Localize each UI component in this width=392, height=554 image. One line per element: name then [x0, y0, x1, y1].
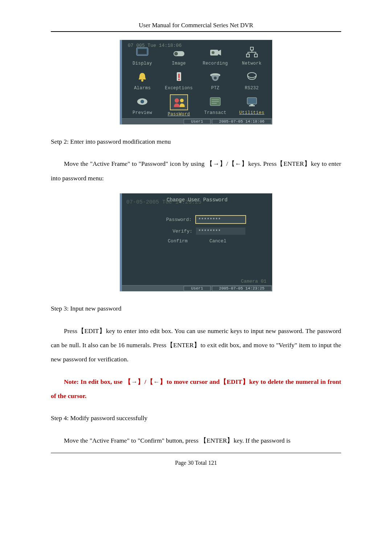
menu-display[interactable]: Display	[124, 43, 161, 67]
status-bar: User1 2005-07-05 14:23:25	[122, 285, 272, 291]
svg-rect-7	[250, 47, 253, 50]
svg-point-10	[141, 79, 143, 82]
bell-icon	[134, 70, 151, 84]
menu-ptz[interactable]: PTZ	[197, 67, 234, 92]
status-timestamp: 2005-07-05 14:18:06	[212, 119, 271, 124]
footer-page-total: 121	[208, 460, 217, 466]
footer-page-prefix: Page	[175, 460, 188, 466]
step3-note: Note: In edit box, use 【→】/【←】to move cu…	[51, 375, 341, 403]
dialog-title: Change User Password	[122, 197, 272, 203]
menu-password[interactable]: PassWord	[161, 92, 197, 118]
menu-label: Display	[125, 61, 160, 66]
menu-utilities[interactable]: Utilities	[234, 92, 270, 118]
svg-point-15	[214, 77, 217, 79]
svg-rect-13	[178, 79, 180, 80]
menu-exceptions[interactable]: Exceptions	[161, 67, 197, 92]
svg-rect-26	[250, 104, 253, 105]
header-rule	[51, 31, 341, 32]
svg-point-16	[248, 73, 256, 78]
footer-page-num: 30	[188, 460, 193, 466]
cancel-button[interactable]: Cancel	[209, 238, 226, 244]
dome-icon	[207, 70, 224, 84]
menu-label: Alarms	[125, 86, 160, 91]
verify-input[interactable]: ********	[196, 227, 245, 235]
menu-alarms[interactable]: Alarms	[124, 67, 161, 92]
user-pass-icon	[170, 94, 188, 110]
status-user: User1	[184, 119, 211, 124]
svg-point-6	[212, 51, 215, 54]
svg-point-19	[175, 98, 179, 103]
menu-recording[interactable]: Recording	[197, 43, 234, 67]
svg-rect-27	[249, 105, 255, 106]
document-page: User Manual for Commercial Series Net DV…	[51, 0, 341, 481]
menu-label: Recording	[198, 61, 233, 66]
menu-label: Image	[162, 61, 197, 66]
page-footer: Page 30 Total 121	[51, 460, 341, 466]
page-header: User Manual for Commercial Series Net DV…	[51, 22, 341, 29]
dvr-main-menu-screenshot: 07 005 Tue 14:18:06 Display Image Record…	[120, 40, 272, 124]
confirm-button[interactable]: Confirm	[168, 238, 188, 244]
menu-grid: Display Image Recording Network	[122, 40, 272, 118]
status-user: User1	[184, 286, 211, 291]
eye-icon	[134, 94, 151, 109]
camcorder-icon	[207, 45, 224, 59]
footer-rule	[51, 453, 341, 453]
svg-rect-1	[138, 49, 147, 54]
menu-label: Network	[234, 61, 270, 66]
step2-title: Setp 2: Enter into password modification…	[51, 135, 341, 149]
menu-preview[interactable]: Preview	[124, 92, 161, 118]
menu-label: RS232	[234, 86, 270, 91]
menu-label: Transact	[198, 110, 233, 115]
menu-network[interactable]: Network	[234, 43, 270, 67]
step3-title: Step 3: Input new password	[51, 301, 341, 316]
verify-label: Verify:	[149, 229, 192, 234]
dvr-password-screenshot: 07-05-2005 Tue 14:23:25 Change User Pass…	[120, 193, 272, 291]
svg-point-3	[174, 52, 178, 56]
step4-text: Move the "Active Frame" to "Confirm" but…	[51, 434, 341, 448]
step3-text: Press【EDIT】key to enter into edit box. Y…	[51, 324, 341, 367]
camera-label: Camera 01	[241, 279, 266, 284]
svg-point-20	[180, 99, 184, 102]
status-bar: User1 2005-07-05 14:18:06	[122, 118, 272, 124]
network-icon	[244, 45, 260, 59]
menu-label: PTZ	[198, 86, 233, 91]
svg-rect-9	[254, 54, 257, 57]
menu-label: Exceptions	[162, 86, 197, 91]
svg-rect-25	[247, 98, 257, 104]
transact-icon	[207, 94, 224, 109]
menu-label: Preview	[125, 110, 160, 115]
menu-label-selected: PassWord	[162, 112, 197, 117]
step4-title: Step 4: Modify password successfully	[51, 411, 341, 425]
svg-rect-8	[246, 54, 249, 57]
menu-image[interactable]: Image	[161, 43, 197, 67]
warning-icon	[171, 70, 187, 84]
footer-total-prefix: Total	[193, 460, 208, 466]
step2-text: Move the "Active Frame" to "Password" ic…	[51, 157, 341, 185]
serial-icon	[244, 70, 260, 84]
status-timestamp: 2005-07-05 14:23:25	[212, 286, 271, 291]
svg-marker-5	[218, 50, 221, 56]
password-label: Password:	[148, 217, 192, 222]
display-icon	[134, 45, 151, 59]
svg-point-18	[140, 100, 144, 103]
menu-label: Utilities	[234, 110, 270, 115]
monitor-icon	[244, 94, 260, 109]
menu-rs232[interactable]: RS232	[234, 67, 270, 92]
password-input[interactable]: ********	[195, 215, 246, 224]
svg-rect-12	[178, 74, 180, 78]
image-icon	[171, 45, 187, 59]
menu-transact[interactable]: Transact	[197, 92, 234, 118]
